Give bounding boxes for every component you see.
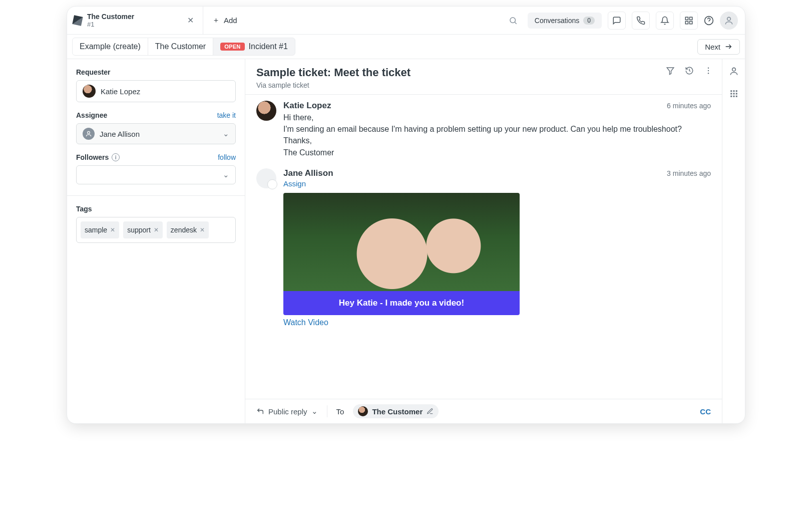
tag-chip[interactable]: zendesk✕: [167, 221, 209, 238]
svg-rect-23: [733, 96, 734, 97]
svg-point-10: [88, 131, 90, 134]
chevron-down-icon: ⌄: [311, 407, 318, 416]
profile-avatar[interactable]: [720, 12, 738, 30]
edit-icon[interactable]: [427, 408, 434, 415]
recipient-chip[interactable]: The Customer: [353, 404, 439, 418]
tags-label: Tags: [76, 205, 236, 213]
apps-icon[interactable]: [680, 12, 698, 30]
svg-rect-19: [730, 93, 732, 95]
divider: [327, 405, 327, 417]
conversations-button[interactable]: Conversations 0: [528, 13, 602, 29]
author-avatar-icon: [256, 101, 276, 121]
arrow-right-icon: [724, 43, 732, 51]
add-label: Add: [224, 16, 237, 25]
breadcrumb-row: Example (create) The Customer OPEN Incid…: [67, 35, 745, 59]
reply-icon: [256, 407, 264, 415]
svg-line-1: [515, 22, 516, 24]
author-avatar-icon: [256, 168, 276, 188]
svg-rect-22: [730, 96, 732, 97]
conversations-count: 0: [583, 17, 595, 25]
requester-avatar-icon: [83, 85, 96, 98]
svg-rect-5: [690, 21, 692, 24]
recipient-avatar-icon: [358, 406, 368, 416]
close-tab-button[interactable]: ✕: [187, 16, 194, 25]
bell-icon[interactable]: [656, 12, 674, 30]
divider: [67, 195, 245, 196]
svg-rect-4: [685, 21, 688, 24]
svg-rect-16: [730, 90, 732, 92]
followers-select[interactable]: ⌄: [76, 165, 236, 184]
reply-mode-label: Public reply: [268, 407, 307, 416]
message-time: 6 minutes ago: [667, 102, 711, 110]
user-panel-icon[interactable]: [729, 66, 739, 76]
svg-rect-21: [735, 93, 737, 95]
reply-mode-toggle[interactable]: Public reply ⌄: [256, 407, 318, 416]
svg-rect-18: [735, 90, 737, 92]
message-text: Hi there, I'm sending an email because I…: [283, 112, 711, 158]
assign-link[interactable]: Assign: [283, 179, 711, 188]
ticket-header: Sample ticket: Meet the ticket Via sampl…: [245, 59, 722, 95]
svg-point-0: [510, 18, 516, 23]
video-attachment[interactable]: Hey Katie - I made you a video!: [283, 193, 520, 315]
follow-link[interactable]: follow: [218, 153, 236, 161]
phone-icon[interactable]: [632, 12, 650, 30]
svg-point-15: [732, 68, 735, 71]
more-icon[interactable]: [704, 66, 713, 75]
remove-tag-icon[interactable]: ✕: [110, 226, 115, 233]
help-icon[interactable]: [704, 16, 714, 26]
tag-chip[interactable]: sample✕: [81, 221, 119, 238]
message: Katie Lopez 6 minutes ago Hi there, I'm …: [256, 101, 711, 158]
message-time: 3 minutes ago: [667, 169, 711, 177]
status-badge: OPEN: [220, 43, 244, 51]
workspace-tab[interactable]: The Customer #1 ✕: [67, 7, 203, 34]
body: Requester Katie Lopez Assignee take it J…: [67, 59, 745, 423]
remove-tag-icon[interactable]: ✕: [154, 226, 159, 233]
breadcrumb-active-label: Incident #1: [249, 42, 288, 51]
recipient-name: The Customer: [372, 407, 423, 416]
topbar: The Customer #1 ✕ ＋ Add Conversations 0: [67, 7, 745, 35]
conversation-panel: Sample ticket: Meet the ticket Via sampl…: [245, 59, 722, 423]
svg-point-8: [727, 17, 731, 21]
cc-button[interactable]: CC: [700, 407, 711, 416]
take-it-link[interactable]: take it: [217, 111, 236, 119]
svg-rect-3: [690, 17, 692, 20]
video-caption: Hey Katie - I made you a video!: [283, 291, 520, 315]
ticket-sidebar: Requester Katie Lopez Assignee take it J…: [67, 59, 245, 423]
assignee-value: Jane Allison: [100, 130, 140, 138]
requester-field[interactable]: Katie Lopez: [76, 80, 236, 102]
person-icon: [83, 128, 95, 140]
tab-title: The Customer: [87, 13, 134, 21]
search-icon[interactable]: [505, 12, 522, 29]
watch-video-link[interactable]: Watch Video: [283, 318, 711, 327]
tab-subtitle: #1: [87, 21, 134, 28]
svg-rect-2: [685, 17, 688, 20]
chat-icon[interactable]: [608, 12, 626, 30]
breadcrumb-active[interactable]: OPEN Incident #1: [213, 38, 295, 56]
add-tab-button[interactable]: ＋ Add: [203, 7, 246, 34]
tag-chip[interactable]: support✕: [123, 221, 163, 238]
app-window: The Customer #1 ✕ ＋ Add Conversations 0: [67, 6, 745, 424]
followers-label: Followers i: [76, 153, 120, 161]
history-icon[interactable]: [685, 66, 694, 75]
svg-point-12: [708, 68, 709, 69]
breadcrumb-item[interactable]: The Customer: [148, 38, 213, 56]
ticket-via: Via sample ticket: [256, 81, 411, 89]
filter-icon[interactable]: [666, 66, 675, 75]
message: Jane Allison 3 minutes ago Assign Hey Ka…: [256, 168, 711, 327]
ticket-title: Sample ticket: Meet the ticket: [256, 66, 411, 79]
tags-input[interactable]: sample✕ support✕ zendesk✕: [76, 217, 236, 243]
assignee-label: Assignee: [76, 111, 107, 119]
chevron-down-icon: ⌄: [223, 129, 229, 138]
info-icon[interactable]: i: [112, 153, 120, 161]
remove-tag-icon[interactable]: ✕: [200, 226, 205, 233]
plus-icon: ＋: [212, 16, 220, 25]
svg-point-14: [708, 73, 709, 74]
message-author: Katie Lopez: [283, 101, 331, 111]
assignee-select[interactable]: Jane Allison ⌄: [76, 123, 236, 144]
next-button[interactable]: Next: [697, 39, 740, 55]
to-label: To: [336, 407, 344, 416]
breadcrumb-item[interactable]: Example (create): [72, 38, 148, 56]
chevron-down-icon: ⌄: [223, 170, 229, 179]
apps-panel-icon[interactable]: [729, 89, 738, 98]
next-label: Next: [705, 43, 720, 51]
